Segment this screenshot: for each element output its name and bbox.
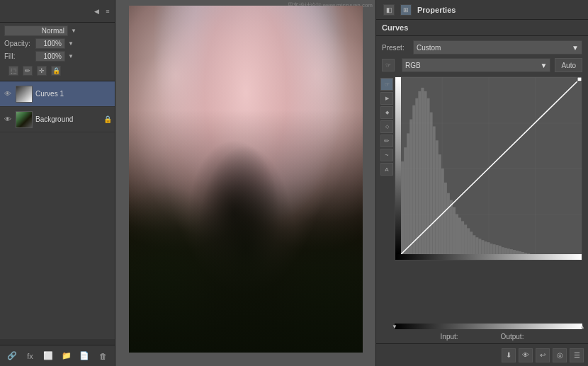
svg-rect-4 bbox=[401, 161, 404, 260]
layer-item[interactable]: 👁 Curves 1 bbox=[0, 81, 115, 107]
auto-button[interactable]: Auto bbox=[555, 58, 582, 72]
output-label: Output: bbox=[501, 333, 524, 341]
fill-input[interactable]: 100% bbox=[35, 51, 65, 62]
lock-icons-row: ⬚ ✏ ✛ 🔒 bbox=[4, 64, 111, 78]
svg-rect-8 bbox=[412, 105, 415, 260]
input-output-row: Input: Output: bbox=[376, 330, 588, 343]
svg-rect-17 bbox=[439, 154, 441, 260]
layer-controls: Normal ▼ Opacity: 100% ▼ Fill: 100% ▼ ⬚ … bbox=[0, 23, 115, 81]
lock-all-icon[interactable]: 🔒 bbox=[51, 66, 61, 76]
svg-rect-60 bbox=[577, 77, 582, 81]
layers-panel: ◀ ≡ Normal ▼ Opacity: 100% ▼ Fill: 100% … bbox=[0, 0, 115, 366]
fill-row: Fill: 100% ▼ bbox=[4, 51, 111, 62]
panel-options-icon[interactable]: ☰ bbox=[570, 348, 584, 362]
layer-visibility-icon[interactable]: 👁 bbox=[3, 89, 13, 99]
fill-arrow: ▼ bbox=[68, 53, 74, 59]
svg-rect-22 bbox=[453, 207, 456, 260]
new-group-icon[interactable]: 📁 bbox=[61, 350, 72, 362]
svg-rect-14 bbox=[430, 113, 433, 260]
svg-rect-23 bbox=[456, 215, 458, 261]
opacity-input[interactable]: 100% bbox=[35, 38, 65, 49]
fill-label: Fill: bbox=[4, 52, 33, 60]
curves-graph[interactable] bbox=[395, 76, 582, 261]
curves-controls: Preset: Custom ▼ ☞ RGB ▼ Auto bbox=[376, 36, 588, 76]
svg-rect-13 bbox=[427, 98, 430, 260]
channel-dropdown-arrow: ▼ bbox=[541, 62, 548, 69]
blend-mode-select[interactable]: Normal bbox=[4, 25, 68, 36]
preset-label: Preset: bbox=[382, 44, 409, 52]
delete-layer-icon[interactable]: 🗑 bbox=[97, 350, 108, 362]
layers-scrollbar[interactable] bbox=[0, 339, 115, 345]
svg-rect-19 bbox=[444, 183, 447, 260]
svg-rect-12 bbox=[424, 91, 426, 260]
svg-rect-5 bbox=[404, 147, 407, 260]
lock-icon: 🔒 bbox=[103, 115, 112, 123]
input-label: Input: bbox=[441, 333, 458, 341]
photo-canvas bbox=[129, 6, 363, 353]
eyedropper-light-btn[interactable]: ◇ bbox=[380, 120, 393, 133]
hand-tool-btn[interactable]: ☞ bbox=[382, 59, 395, 72]
curves-svg bbox=[395, 77, 582, 260]
bottom-actions-bar: ⬇ 👁 ↩ ◎ ☰ bbox=[376, 343, 588, 366]
text-mask-btn[interactable]: A bbox=[380, 163, 393, 176]
canvas-area: 思客设计论坛 www.missyuan.com bbox=[115, 0, 375, 366]
svg-rect-20 bbox=[447, 193, 450, 260]
channel-row: ☞ RGB ▼ Auto bbox=[382, 58, 582, 72]
new-layer-icon[interactable]: 📄 bbox=[79, 350, 90, 362]
layers-list: 👁 Curves 1 👁 Background 🔒 bbox=[0, 81, 115, 339]
eyedropper-mid-btn[interactable]: ◆ bbox=[380, 106, 393, 119]
panel-top-bar: ◀ ≡ bbox=[0, 0, 115, 23]
layer-thumbnail bbox=[16, 111, 33, 128]
properties-title: Properties bbox=[417, 6, 456, 14]
finger-tool-btn[interactable]: ☞ bbox=[380, 78, 393, 91]
layer-name: Background bbox=[35, 115, 101, 123]
curves-panel-icon[interactable]: ⊞ bbox=[400, 4, 412, 16]
clip-to-layer-icon[interactable]: ⬇ bbox=[502, 348, 516, 362]
link-layers-icon[interactable]: 🔗 bbox=[6, 350, 18, 362]
svg-rect-9 bbox=[415, 98, 418, 260]
preset-value: Custom bbox=[417, 44, 441, 52]
svg-rect-7 bbox=[409, 120, 412, 260]
svg-rect-21 bbox=[450, 200, 453, 260]
curves-label: Curves bbox=[382, 23, 408, 32]
svg-rect-15 bbox=[433, 126, 436, 260]
svg-rect-16 bbox=[436, 140, 439, 260]
layer-name: Curves 1 bbox=[35, 90, 112, 98]
properties-panel: ◧ ⊞ Properties Curves Preset: Custom ▼ ☞… bbox=[375, 0, 588, 366]
blend-mode-arrow: ▼ bbox=[71, 28, 77, 34]
preset-row: Preset: Custom ▼ bbox=[382, 40, 582, 55]
preset-select[interactable]: Custom ▼ bbox=[413, 40, 582, 55]
lock-position-icon[interactable]: ✛ bbox=[37, 66, 47, 76]
fx-icon[interactable]: fx bbox=[24, 350, 35, 362]
blend-mode-row: Normal ▼ bbox=[4, 25, 111, 36]
preset-dropdown-arrow: ▼ bbox=[572, 44, 579, 52]
layer-thumbnail bbox=[16, 86, 33, 103]
eyedropper-dark-btn[interactable]: ▶ bbox=[380, 92, 393, 105]
opacity-label: Opacity: bbox=[4, 40, 33, 47]
properties-header: ◧ ⊞ Properties bbox=[376, 0, 588, 20]
lock-paint-icon[interactable]: ✏ bbox=[23, 66, 33, 76]
layer-item[interactable]: 👁 Background 🔒 bbox=[0, 107, 115, 132]
add-mask-icon[interactable]: ⬜ bbox=[43, 350, 54, 362]
visibility-icon[interactable]: ◎ bbox=[553, 348, 567, 362]
opacity-row: Opacity: 100% ▼ bbox=[4, 38, 111, 49]
channel-value: RGB bbox=[405, 62, 421, 69]
collapse-icon[interactable]: ◀ bbox=[92, 7, 101, 16]
smooth-tool-btn[interactable]: ~ bbox=[380, 149, 393, 161]
pencil-tool-btn[interactable]: ✏ bbox=[380, 135, 393, 147]
opacity-arrow: ▼ bbox=[68, 40, 74, 47]
svg-rect-6 bbox=[407, 133, 409, 260]
eye-icon[interactable]: 👁 bbox=[519, 348, 533, 362]
lock-transparent-icon[interactable]: ⬚ bbox=[9, 66, 18, 76]
panel-menu-icon[interactable]: ≡ bbox=[103, 7, 112, 16]
photo-image bbox=[129, 6, 363, 353]
layer-visibility-icon[interactable]: 👁 bbox=[3, 115, 13, 125]
reset-icon[interactable]: ↩ bbox=[536, 348, 550, 362]
properties-panel-icon[interactable]: ◧ bbox=[383, 4, 395, 16]
layers-bottom-bar: 🔗 fx ⬜ 📁 📄 🗑 bbox=[0, 345, 115, 366]
channel-select[interactable]: RGB ▼ bbox=[402, 58, 550, 72]
